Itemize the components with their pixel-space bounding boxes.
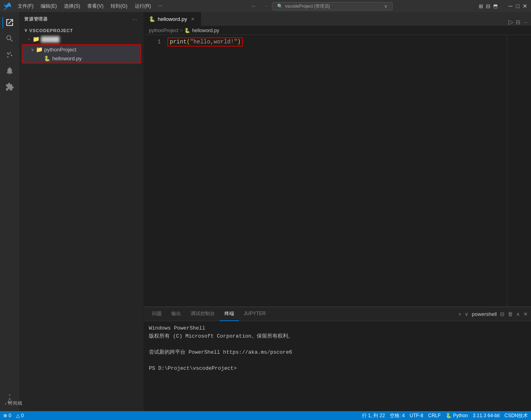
status-right: 行 1, 列 22 空格: 4 UTF-8 CRLF 🐍 Python 3.11…	[362, 412, 528, 419]
status-python-version[interactable]: 3.11.3 64-bit	[473, 413, 500, 418]
sidebar-title: 资源管理器	[24, 16, 48, 22]
title-search[interactable]: 🔍 vscodeProject [管理员] ∨	[272, 2, 393, 10]
tab-debug-console[interactable]: 调试控制台	[186, 307, 220, 321]
maximize-button[interactable]: □	[515, 3, 521, 9]
helloword-tab[interactable]: 🐍 helloword.py ×	[144, 12, 201, 26]
breadcrumb-folder[interactable]: pythonProject	[149, 28, 178, 33]
tree-root-label: VSCODEPROJECT	[29, 28, 73, 33]
status-language[interactable]: 🐍 Python	[446, 413, 468, 418]
breadcrumb-file[interactable]: helloword.py	[192, 28, 219, 33]
status-bar: ⊗ 0 △ 0 行 1, 列 22 空格: 4 UTF-8 CRLF 🐍 Pyt…	[0, 411, 531, 420]
tab-jupyter[interactable]: JUPYTER	[239, 307, 271, 321]
search-icon[interactable]	[2, 31, 17, 46]
activity-bar	[0, 12, 19, 411]
nav-back-icon[interactable]: ←	[251, 3, 257, 9]
folder-arrow: ›	[26, 37, 32, 41]
highlighted-group: ∨ 📁 pythonProject 🐍 helloword.py	[22, 44, 141, 64]
explorer-icon[interactable]	[2, 15, 17, 30]
term-line-6: PS D:\Project\vscodeProject>	[149, 365, 526, 373]
menu-file[interactable]: 文件(F)	[14, 2, 37, 10]
editor-content: 1 print ( "hello,world!" )	[144, 35, 531, 307]
code-area[interactable]: print ( "hello,world!" )	[164, 35, 507, 307]
tree-root[interactable]: ∨ VSCODEPROJECT	[19, 26, 144, 35]
blurred-folder-item[interactable]: › 📁 █████	[19, 35, 144, 43]
tab-problems[interactable]: 问题	[147, 307, 167, 321]
code-highlight-box: print ( "hello,world!" )	[167, 37, 243, 47]
menu-edit[interactable]: 编辑(E)	[37, 2, 60, 10]
sidebar-more-btn[interactable]: ···	[131, 15, 139, 23]
title-center: ← → 🔍 vscodeProject [管理员] ∨	[165, 2, 478, 10]
minimize-button[interactable]: ─	[508, 3, 513, 9]
code-open-paren: (	[187, 38, 190, 46]
status-warnings[interactable]: △ 0	[16, 413, 24, 418]
tab-output[interactable]: 输出	[167, 307, 186, 321]
helloword-file[interactable]: 🐍 helloword.py	[23, 54, 140, 63]
nav-forward-icon[interactable]: →	[263, 3, 269, 9]
split-icon[interactable]: ⊟	[485, 3, 491, 9]
status-errors[interactable]: ⊗ 0	[3, 413, 11, 418]
split-editor-icon[interactable]: ⊟	[516, 19, 521, 25]
minimap	[507, 35, 531, 307]
sidebar-actions: ···	[131, 15, 139, 23]
window-controls: ⊞ ⊟ ⬒ ─ □ ✕	[478, 3, 528, 9]
editor-area: 🐍 helloword.py × ▷ ⊟ ··· pythonProject >…	[144, 12, 531, 411]
status-spaces[interactable]: 空格: 4	[390, 412, 405, 419]
python-folder-arrow: ∨	[29, 47, 35, 52]
status-csdn[interactable]: CSDN技术	[504, 412, 528, 419]
menu-more[interactable]: ···	[155, 2, 165, 10]
more-actions-icon[interactable]: ···	[523, 19, 528, 25]
file-tree: ∨ VSCODEPROJECT › 📁 █████ ∨ 📁 pythonProj…	[19, 26, 144, 411]
line-numbers: 1	[144, 35, 164, 307]
status-row-col[interactable]: 行 1, 列 22	[362, 412, 385, 419]
debug-icon[interactable]	[2, 64, 17, 78]
menu-bar: 文件(F) 编辑(E) 选择(S) 查看(V) 转到(G) 运行(R) ···	[14, 2, 165, 10]
delete-terminal-icon[interactable]: 🗑	[508, 311, 513, 317]
extensions-icon[interactable]	[2, 80, 17, 94]
folder-icon: 📁	[32, 36, 39, 42]
new-terminal-btn[interactable]: +	[458, 311, 461, 317]
app-body: 资源管理器 ··· ∨ VSCODEPROJECT › 📁 █████ ∨	[0, 12, 531, 411]
close-panel-icon[interactable]: ✕	[523, 311, 528, 317]
panel-icon[interactable]: ⬒	[492, 3, 498, 9]
timeline-label: 时间线	[19, 400, 23, 406]
breadcrumb-file-icon: 🐍	[184, 28, 190, 33]
menu-run[interactable]: 运行(R)	[132, 2, 154, 10]
status-encoding[interactable]: UTF-8	[410, 413, 423, 418]
split-terminal-icon[interactable]: ⊟	[500, 311, 504, 317]
maximize-panel-icon[interactable]: ∧	[516, 311, 520, 317]
breadcrumb: pythonProject > 🐍 helloword.py	[144, 26, 531, 35]
code-print: print	[170, 38, 187, 46]
menu-select[interactable]: 选择(S)	[61, 2, 83, 10]
tab-label: helloword.py	[158, 16, 187, 22]
python-folder-label: pythonProject	[44, 47, 76, 53]
terminal-content[interactable]: Windows PowerShell 版权所有 (C) Microsoft Co…	[144, 321, 531, 411]
layout-icon[interactable]: ⊞	[478, 3, 484, 9]
tab-bar: 🐍 helloword.py × ▷ ⊟ ···	[144, 12, 531, 26]
helloword-label: helloword.py	[52, 55, 82, 61]
run-icon[interactable]: ▷	[508, 18, 513, 26]
source-control-icon[interactable]	[2, 47, 17, 62]
close-button[interactable]: ✕	[522, 3, 528, 9]
menu-goto[interactable]: 转到(G)	[107, 2, 130, 10]
tab-terminal[interactable]: 终端	[220, 307, 239, 321]
code-line-1: print ( "hello,world!" )	[164, 38, 507, 46]
tab-python-icon: 🐍	[149, 16, 155, 22]
title-bar: 文件(F) 编辑(E) 选择(S) 查看(V) 转到(G) 运行(R) ··· …	[0, 0, 531, 12]
blurred-folder-label: █████	[41, 36, 60, 42]
timeline-section[interactable]: › 时间线	[19, 399, 125, 408]
python-file-icon: 🐍	[43, 55, 51, 61]
status-left: ⊗ 0 △ 0	[3, 413, 24, 418]
term-line-5	[149, 356, 526, 365]
terminal-expand-icon[interactable]: ∨	[465, 311, 469, 317]
menu-view[interactable]: 查看(V)	[84, 2, 107, 10]
line-number-1: 1	[158, 38, 161, 46]
term-line-3	[149, 340, 526, 348]
python-project-folder[interactable]: ∨ 📁 pythonProject	[23, 45, 140, 54]
term-line-1: Windows PowerShell	[149, 324, 526, 332]
terminal-panel: 问题 输出 调试控制台 终端 JUPYTER + ∨ powershell ⊟ …	[144, 307, 531, 411]
status-line-ending[interactable]: CRLF	[428, 413, 440, 418]
tab-close-btn[interactable]: ×	[189, 16, 196, 22]
sidebar-header: 资源管理器 ···	[19, 12, 144, 26]
code-string: "hello,world!"	[190, 38, 237, 46]
breadcrumb-sep: >	[180, 28, 183, 33]
